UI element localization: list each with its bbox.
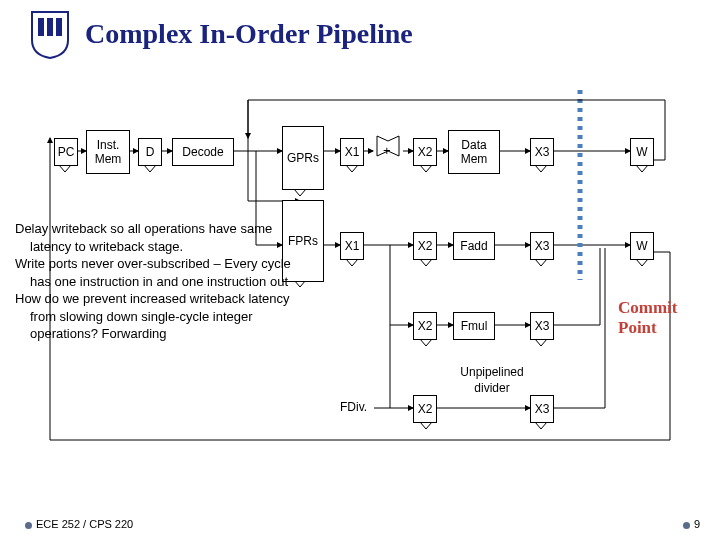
page-number: 9 — [683, 518, 700, 530]
svg-rect-1 — [47, 18, 53, 36]
bullet-icon — [25, 522, 32, 529]
stage-d: D — [138, 138, 162, 166]
stage-fadd: Fadd — [453, 232, 495, 260]
stage-x3-int: X3 — [530, 138, 554, 166]
stage-gprs: GPRs — [282, 126, 324, 190]
svg-rect-0 — [38, 18, 44, 36]
stage-imem: Inst. Mem — [86, 130, 130, 174]
stage-x3-fdiv: X3 — [530, 395, 554, 423]
bullet-icon — [683, 522, 690, 529]
stage-x2-fdiv: X2 — [413, 395, 437, 423]
stage-w-int: W — [630, 138, 654, 166]
svg-rect-2 — [56, 18, 62, 36]
stage-x2-int: X2 — [413, 138, 437, 166]
stage-fdiv-label: FDiv. — [340, 400, 367, 416]
stage-x3-fmul: X3 — [530, 312, 554, 340]
footer-course: ECE 252 / CPS 220 — [25, 518, 133, 530]
stage-w-fp: W — [630, 232, 654, 260]
stage-x1-int: X1 — [340, 138, 364, 166]
alu-plus-label: + — [383, 143, 391, 160]
stage-decode: Decode — [172, 138, 234, 166]
unpipelined-divider-label: Unpipelined divider — [452, 365, 532, 396]
stage-dmem: Data Mem — [448, 130, 500, 174]
para-3: How do we prevent increased writeback la… — [15, 290, 295, 343]
stage-x2-fmul: X2 — [413, 312, 437, 340]
stage-x3-fadd: X3 — [530, 232, 554, 260]
stage-x1-fp: X1 — [340, 232, 364, 260]
explanation-text: Delay writeback so all operations have s… — [15, 220, 295, 343]
stage-pc: PC — [54, 138, 78, 166]
slide-title: Complex In-Order Pipeline — [85, 18, 413, 50]
commit-point-label: Commit Point — [618, 298, 677, 338]
para-1: Delay writeback so all operations have s… — [15, 220, 295, 255]
university-shield-icon — [30, 10, 70, 60]
stage-fmul: Fmul — [453, 312, 495, 340]
stage-x2-fadd: X2 — [413, 232, 437, 260]
para-2: Write ports never over-subscribed – Ever… — [15, 255, 295, 290]
